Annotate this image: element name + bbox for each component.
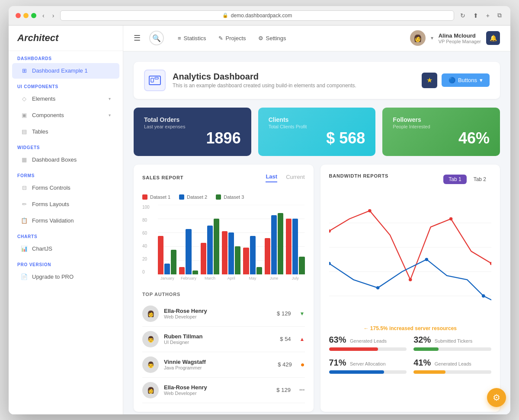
share-button[interactable]: ⬆ (471, 11, 480, 20)
forms-section-label: FORMS (9, 168, 123, 180)
sidebar-item-dashboard-example[interactable]: ⊞ Dashboard Example 1 (12, 63, 119, 79)
svg-rect-2 (155, 77, 158, 79)
bar (171, 250, 176, 274)
search-button[interactable]: 🔍 (149, 31, 164, 45)
sidebar-item-forms-layouts[interactable]: ✏ Forms Layouts (12, 197, 119, 212)
upgrade-icon: 📄 (21, 274, 28, 280)
logo: Architect (9, 25, 123, 51)
chevron-down-icon: ▾ (480, 77, 483, 83)
arrow-left-icon: ← (364, 325, 370, 331)
svg-point-21 (481, 294, 485, 298)
nav-settings[interactable]: ⚙ Settings (253, 32, 292, 45)
bar (299, 257, 304, 274)
nav-statistics[interactable]: ≡ Statistics (173, 32, 211, 45)
gear-fab-button[interactable]: ⚙ (487, 388, 506, 407)
author-row-1: 👩 Ella-Rose Henry Web Developer $ 129 ▼ (142, 301, 305, 327)
progress-fill-2 (413, 347, 439, 351)
stat-item-2: 32% Submitted Tickers (413, 335, 491, 351)
tab-last[interactable]: Last (266, 173, 277, 182)
stat-item-4: 41% Generated Leads (413, 358, 491, 374)
bar (214, 219, 219, 274)
chevron-down-icon: ▾ (109, 113, 111, 118)
bar-group (265, 205, 283, 274)
author-row-2: 👨 Ruben Tillman UI Designer $ 54 ▲ (142, 327, 305, 352)
badge-up-icon: ▲ (300, 336, 305, 342)
charts-section-label: CHARTS (9, 229, 123, 241)
progress-fill-4 (413, 370, 445, 374)
stats-grid: 63% Generated Leads 32% Submitted Ticker… (329, 335, 492, 374)
forms-controls-icon: ⊟ (21, 185, 28, 191)
nav-projects[interactable]: ✎ Projects (213, 32, 251, 45)
sidebar-item-elements[interactable]: ◇ Elements ▾ (12, 91, 119, 107)
sidebar-item-forms-validation[interactable]: 📋 Forms Validation (12, 213, 119, 229)
sidebar-item-upgrade[interactable]: 📄 Upgrade to PRO (12, 269, 119, 285)
stat-item-1: 63% Generated Leads (329, 335, 407, 351)
bw-tab-2[interactable]: Tab 2 (468, 175, 491, 184)
elements-icon: ◇ (21, 95, 28, 102)
sidebar-item-dashboard-boxes[interactable]: ▦ Dashboard Boxes (12, 152, 119, 168)
bar-group (179, 205, 198, 274)
sidebar-item-components[interactable]: ▣ Components ▾ (12, 108, 119, 123)
svg-point-16 (449, 217, 452, 220)
hamburger-icon[interactable]: ☰ (134, 33, 141, 43)
notification-button[interactable]: 🔔 (486, 31, 500, 45)
bar (292, 219, 298, 274)
back-button[interactable]: ‹ (41, 11, 46, 20)
nav-right: 👩 ▾ Alina Mclourd VP People Manager 🔔 (410, 30, 500, 46)
boxes-icon: ▦ (21, 156, 28, 163)
report-tabs: Last Current (266, 173, 304, 182)
bar-group (201, 205, 219, 274)
sidebar-item-chartjs[interactable]: 📊 ChartJS (12, 241, 119, 257)
more-icon: ••• (299, 387, 305, 393)
stat-card-total-orders: Total Orders Last year expenses 1896 (134, 108, 251, 156)
dashboards-section-label: DASHBOARDS (9, 51, 123, 63)
sidebar-item-forms-controls[interactable]: ⊟ Forms Controls (12, 180, 119, 196)
bar-group (222, 205, 240, 274)
y-axis: 0 20 40 60 80 100 (142, 205, 156, 274)
author-row-4: 👩 Ella-Rose Henry Web Developer $ 129 ••… (142, 378, 305, 403)
bandwidth-panel: BANDWIDTH REPORTS Tab 1 Tab 2 (320, 165, 500, 412)
bar (158, 236, 163, 274)
forms-layouts-icon: ✏ (21, 201, 28, 208)
bar (164, 264, 170, 274)
author-info-2: Ruben Tillman UI Designer (164, 333, 275, 345)
widgets-section-label: WIDGETS (9, 140, 123, 152)
maximize-button[interactable] (31, 13, 36, 18)
tab-current[interactable]: Current (286, 174, 304, 182)
address-bar[interactable]: 🔒 demo.dashboardpack.com (60, 10, 454, 21)
star-button[interactable]: ★ (422, 73, 437, 88)
author-row-3: 👨 Vinnie Wagstaff Java Programmer $ 429 … (142, 352, 305, 378)
close-button[interactable] (16, 13, 21, 18)
svg-point-20 (425, 258, 428, 261)
tab-button[interactable]: ⧉ (496, 11, 503, 20)
bw-tabs: Tab 1 Tab 2 (443, 175, 491, 184)
author-info-1: Ella-Rose Henry Web Developer (164, 308, 272, 319)
line-chart (329, 191, 492, 320)
forward-button[interactable]: › (51, 11, 56, 20)
components-icon: ▣ (21, 112, 28, 119)
sidebar-item-tables[interactable]: ▤ Tables (12, 124, 119, 140)
author-avatar-1: 👩 (142, 305, 159, 322)
author-avatar-2: 👨 (142, 331, 159, 347)
bar (235, 246, 240, 274)
author-info-3: Vinnie Wagstaff Java Programmer (164, 359, 272, 370)
pro-section-label: PRO VERSION (9, 257, 123, 269)
chevron-down-icon[interactable]: ▾ (431, 35, 433, 41)
browser-chrome: ‹ › 🔒 demo.dashboardpack.com ↻ ⬆ + ⧉ (9, 6, 510, 25)
statistics-icon: ≡ (178, 35, 181, 41)
buttons-dropdown[interactable]: 🔵 Buttons ▾ (442, 73, 490, 87)
reload-button[interactable]: ↻ (458, 11, 467, 20)
bar (222, 231, 227, 274)
bw-tab-1[interactable]: Tab 1 (443, 175, 466, 184)
bandwidth-header: BANDWIDTH REPORTS Tab 1 Tab 2 (329, 173, 492, 185)
bar (192, 270, 198, 274)
bar (256, 267, 262, 274)
svg-point-19 (376, 286, 379, 290)
new-tab-button[interactable]: + (484, 11, 491, 20)
main-content: Analytics Dashboard This is an example d… (123, 51, 510, 414)
bar (265, 238, 270, 274)
projects-icon: ✎ (218, 35, 223, 41)
svg-rect-1 (151, 78, 154, 82)
minimize-button[interactable] (23, 13, 29, 18)
sales-report-panel: SALES REPORT Last Current Dataset 1 (134, 165, 314, 412)
